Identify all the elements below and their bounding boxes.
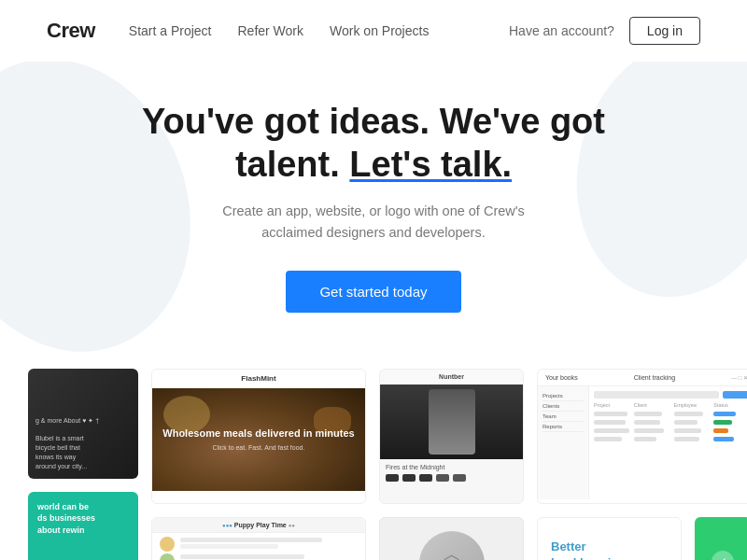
card-blubel-text: g & more About ♥ ✦ † Blubel is a smart b… [35, 416, 131, 471]
nav-link-refer-work[interactable]: Refer Work [238, 23, 304, 38]
portfolio-col-1: g & more About ♥ ✦ † Blubel is a smart b… [28, 369, 138, 560]
card-midnight-footer: Fires at the Midnight [380, 459, 523, 486]
card-puppy-brand: ●●● Puppy Play Time ●● [152, 518, 365, 533]
row3-project [594, 427, 631, 433]
navigation: Crew Start a Project Refer Work Work on … [0, 0, 747, 62]
card-midnight-person [429, 389, 475, 455]
puppy-lines-1 [180, 538, 358, 551]
portfolio-card-flashmint[interactable]: FlashMint Wholesome meals delivered in m… [151, 369, 366, 504]
puppy-lines-2 [180, 554, 358, 560]
card-green-text: world can beds businessesabout rewin [37, 501, 129, 537]
tracking-row-4 [594, 436, 747, 441]
payment-icon: ✓ [712, 551, 734, 560]
row1-project [594, 411, 631, 416]
portfolio-card-midnight[interactable]: Nuntber Fires at the Midnight [379, 369, 524, 504]
card-midnight-btn-2 [402, 474, 416, 482]
sidebar-item-projects: Projects [543, 391, 584, 401]
row4-status [713, 436, 747, 441]
portfolio-card-payment[interactable]: ✓ [695, 517, 747, 560]
card-puppy-row-1 [160, 537, 358, 552]
card-flashmint-brand: FlashMint [152, 370, 365, 388]
col-header-3: Employee [674, 402, 712, 408]
card-midnight-brand: Nuntber [380, 370, 523, 385]
card-tracking-header: Your books Client tracking — □ ✕ [538, 370, 747, 386]
row1-status [713, 411, 747, 416]
row3-status [713, 427, 747, 433]
portfolio-card-accounting[interactable]: Better bookkeeping Instant payment [537, 517, 682, 560]
puppy-avatar-2 [160, 553, 175, 560]
puppy-line-1a [180, 538, 322, 542]
hero-title-part2: talent. [235, 145, 340, 184]
portfolio-card-tracking[interactable]: Your books Client tracking — □ ✕ Project… [537, 369, 747, 504]
account-prompt: Have an account? [509, 23, 614, 38]
card-flashmint-sub: Click to eat. Fast. And fast food. [162, 443, 354, 452]
card-tracking-body: Projects Clients Team Reports Project Cl… [538, 386, 747, 499]
row1-employee [674, 411, 712, 416]
card-midnight-title: Fires at the Midnight [386, 464, 517, 470]
card-puppy-row-2 [160, 553, 358, 560]
hero-section: You've got ideas. We've got talent. Let'… [0, 62, 747, 341]
card-tracking-brand2: Client tracking [634, 374, 675, 381]
card-tracking-main: Project Client Employee Status [589, 386, 747, 499]
cta-button[interactable]: Get started today [286, 271, 460, 313]
portfolio-col-3: Nuntber Fires at the Midnight ⬡ [379, 369, 524, 560]
card-tracking-sidebar: Projects Clients Team Reports [538, 386, 589, 499]
portfolio-card-blubel[interactable]: g & more About ♥ ✦ † Blubel is a smart b… [28, 369, 138, 479]
row3-employee [674, 427, 712, 433]
card-tracking-controls: — □ ✕ [731, 374, 747, 381]
card-midnight-btn-1 [386, 474, 399, 482]
nav-links: Start a Project Refer Work Work on Proje… [129, 23, 509, 38]
portfolio-row-2: Better bookkeeping Instant payment ✓ OM … [537, 517, 747, 560]
card-midnight-icons [386, 474, 517, 482]
card-midnight-image [380, 385, 523, 459]
card-flashmint-image: Wholesome meals delivered in minutes Cli… [152, 388, 365, 491]
hero-title-part1: You've got ideas. We've got [142, 102, 605, 141]
row2-client [634, 419, 671, 425]
card-circle-icon: ⬡ [443, 552, 460, 560]
sidebar-item-clients: Clients [543, 401, 584, 412]
row4-employee [674, 436, 712, 441]
tracking-row-3 [594, 427, 747, 433]
card-puppy-body [152, 533, 365, 560]
row2-employee [674, 419, 712, 425]
login-button[interactable]: Log in [629, 17, 700, 45]
row1-client [634, 411, 671, 416]
portfolio-col-4: Your books Client tracking — □ ✕ Project… [537, 369, 747, 560]
nav-link-start-project[interactable]: Start a Project [129, 23, 212, 38]
tracking-toolbar [594, 391, 747, 399]
hero-subtitle: Create an app, website, or logo with one… [205, 201, 542, 244]
tracking-search [594, 391, 719, 399]
row2-status [713, 419, 747, 425]
tracking-row-1 [594, 411, 747, 416]
card-midnight-btn-3 [419, 474, 432, 482]
tracking-btn-add [723, 391, 747, 399]
logo: Crew [47, 19, 95, 43]
sidebar-item-team: Team [543, 412, 584, 422]
row4-client [634, 436, 671, 441]
card-midnight-btn-4 [436, 474, 449, 482]
puppy-avatar-1 [160, 537, 175, 552]
hero-title: You've got ideas. We've got talent. Let'… [112, 101, 635, 186]
portfolio-col-2: FlashMint Wholesome meals delivered in m… [151, 369, 366, 560]
puppy-line-2a [180, 554, 304, 559]
col-header-4: Status [713, 402, 747, 408]
puppy-line-1b [180, 544, 278, 549]
col-header-1: Project [594, 402, 631, 408]
card-accounting-text: Better bookkeeping Instant payment [551, 539, 668, 560]
hero-title-highlight: Let's talk. [349, 145, 512, 184]
portfolio-card-green[interactable]: world can beds businessesabout rewin [28, 492, 138, 560]
card-payment-inner: ✓ [712, 551, 734, 560]
portfolio-card-puppy[interactable]: ●●● Puppy Play Time ●● [151, 517, 366, 560]
portfolio-card-circle[interactable]: ⬡ [379, 517, 524, 560]
nav-right: Have an account? Log in [509, 17, 700, 45]
card-circle-inner: ⬡ [419, 531, 485, 560]
card-tracking-brand1: Your books [545, 374, 578, 381]
row2-project [594, 419, 631, 425]
sidebar-item-reports: Reports [543, 422, 584, 432]
card-midnight-btn-5 [453, 474, 466, 482]
nav-link-work-on-projects[interactable]: Work on Projects [330, 23, 429, 38]
tracking-row-header: Project Client Employee Status [594, 402, 747, 408]
row3-client [634, 427, 671, 433]
tracking-row-2 [594, 419, 747, 425]
portfolio-grid: g & more About ♥ ✦ † Blubel is a smart b… [0, 341, 747, 560]
